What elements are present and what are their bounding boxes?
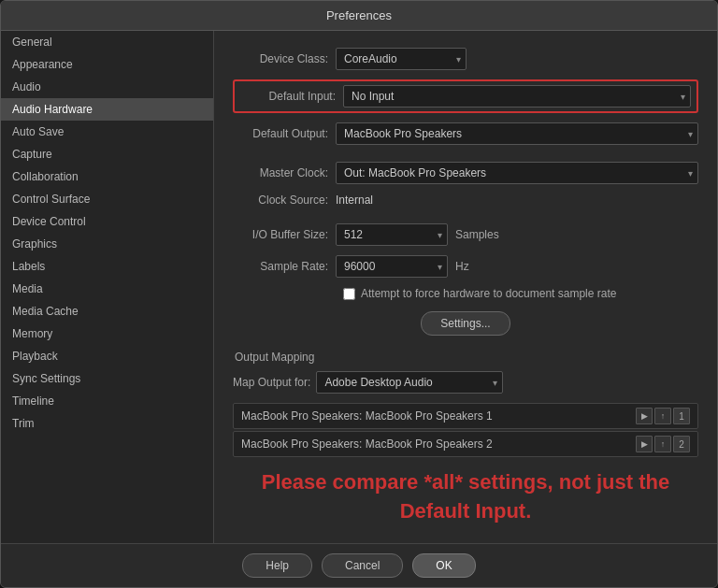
device-class-row: Device Class: CoreAudio — [233, 48, 698, 70]
io-buffer-row: I/O Buffer Size: 512 Samples — [233, 223, 698, 246]
speaker-up-2[interactable]: ↑ — [654, 436, 671, 452]
map-output-select-wrapper: Adobe Desktop Audio — [316, 371, 503, 394]
sidebar-item-media[interactable]: Media — [1, 278, 213, 300]
io-buffer-select[interactable]: 512 — [336, 223, 448, 246]
io-buffer-label: I/O Buffer Size: — [233, 228, 336, 241]
dialog-title: Preferences — [326, 8, 392, 22]
device-class-label: Device Class: — [233, 52, 336, 65]
sidebar-item-audio-hardware[interactable]: Audio Hardware — [1, 98, 213, 121]
sidebar-item-device-control[interactable]: Device Control — [1, 210, 213, 233]
speaker-play-1[interactable]: ▶ — [636, 408, 653, 424]
speaker-num-1: 1 — [673, 408, 690, 424]
master-clock-select[interactable]: Out: MacBook Pro Speakers — [336, 162, 698, 184]
clock-source-label: Clock Source: — [233, 194, 336, 207]
sidebar-item-collaboration[interactable]: Collaboration — [1, 165, 213, 188]
default-output-row: Default Output: MacBook Pro Speakers — [233, 122, 698, 145]
speaker-row-1: MacBook Pro Speakers: MacBook Pro Speake… — [233, 403, 698, 429]
map-output-label: Map Output for: — [233, 376, 310, 389]
sample-rate-label: Sample Rate: — [233, 260, 336, 273]
default-output-select[interactable]: MacBook Pro Speakers — [336, 122, 698, 145]
compare-text: Please compare *all* settings, not just … — [233, 468, 698, 526]
sidebar-item-labels[interactable]: Labels — [1, 255, 213, 278]
speaker-controls-2: ▶ ↑ 2 — [636, 436, 690, 452]
sidebar-item-general[interactable]: General — [1, 31, 213, 53]
sample-rate-select[interactable]: 96000 — [336, 255, 448, 278]
sidebar-item-graphics[interactable]: Graphics — [1, 233, 213, 255]
output-mapping-row: Map Output for: Adobe Desktop Audio — [233, 371, 698, 394]
speaker-text-1: MacBook Pro Speakers: MacBook Pro Speake… — [241, 409, 636, 423]
device-class-select-wrapper: CoreAudio — [336, 48, 467, 70]
speaker-play-2[interactable]: ▶ — [636, 436, 653, 452]
sample-rate-select-wrapper: 96000 — [336, 255, 448, 278]
default-output-label: Default Output: — [233, 127, 336, 140]
default-input-select[interactable]: No Input — [343, 85, 691, 108]
sidebar-item-auto-save[interactable]: Auto Save — [1, 121, 213, 143]
sidebar-item-appearance[interactable]: Appearance — [1, 53, 213, 76]
sample-rate-unit: Hz — [455, 260, 469, 273]
sidebar: GeneralAppearanceAudioAudio HardwareAuto… — [1, 31, 214, 543]
clock-source-value: Internal — [336, 194, 373, 207]
default-output-select-wrapper: MacBook Pro Speakers — [336, 122, 698, 145]
default-input-row: Default Input: No Input — [233, 79, 698, 113]
clock-source-row: Clock Source: Internal — [233, 194, 698, 207]
ok-button[interactable]: OK — [412, 553, 475, 578]
speaker-num-2: 2 — [673, 436, 690, 452]
sidebar-item-audio[interactable]: Audio — [1, 76, 213, 98]
default-input-label: Default Input: — [240, 90, 343, 103]
sidebar-item-capture[interactable]: Capture — [1, 143, 213, 165]
cancel-button[interactable]: Cancel — [322, 553, 403, 578]
content-area: GeneralAppearanceAudioAudio HardwareAuto… — [1, 31, 717, 543]
sidebar-item-timeline[interactable]: Timeline — [1, 390, 213, 412]
footer: Help Cancel OK — [1, 543, 717, 587]
sidebar-item-control-surface[interactable]: Control Surface — [1, 188, 213, 210]
master-clock-label: Master Clock: — [233, 166, 336, 179]
map-output-select[interactable]: Adobe Desktop Audio — [316, 371, 503, 394]
settings-button[interactable]: Settings... — [421, 311, 510, 336]
speaker-row-2: MacBook Pro Speakers: MacBook Pro Speake… — [233, 431, 698, 457]
master-clock-select-wrapper: Out: MacBook Pro Speakers — [336, 162, 698, 184]
io-buffer-unit: Samples — [455, 228, 499, 241]
sidebar-item-playback[interactable]: Playback — [1, 345, 213, 367]
sidebar-item-memory[interactable]: Memory — [1, 323, 213, 345]
title-bar: Preferences — [1, 1, 717, 31]
force-hardware-label: Attempt to force hardware to document sa… — [361, 287, 616, 300]
preferences-dialog: Preferences GeneralAppearanceAudioAudio … — [0, 0, 718, 588]
force-hardware-row: Attempt to force hardware to document sa… — [343, 287, 698, 300]
sidebar-item-trim[interactable]: Trim — [1, 412, 213, 435]
main-panel: Device Class: CoreAudio Default Input: N… — [214, 31, 717, 543]
default-input-select-wrapper: No Input — [343, 85, 691, 108]
speaker-text-2: MacBook Pro Speakers: MacBook Pro Speake… — [241, 437, 636, 451]
output-mapping-title: Output Mapping — [235, 351, 698, 364]
io-buffer-select-wrapper: 512 — [336, 223, 448, 246]
sidebar-item-media-cache[interactable]: Media Cache — [1, 300, 213, 323]
sample-rate-row: Sample Rate: 96000 Hz — [233, 255, 698, 278]
sidebar-item-sync-settings[interactable]: Sync Settings — [1, 367, 213, 390]
speaker-controls-1: ▶ ↑ 1 — [636, 408, 690, 424]
speaker-up-1[interactable]: ↑ — [654, 408, 671, 424]
force-hardware-checkbox[interactable] — [343, 288, 355, 300]
master-clock-row: Master Clock: Out: MacBook Pro Speakers — [233, 162, 698, 184]
help-button[interactable]: Help — [242, 553, 312, 578]
device-class-select[interactable]: CoreAudio — [336, 48, 467, 70]
